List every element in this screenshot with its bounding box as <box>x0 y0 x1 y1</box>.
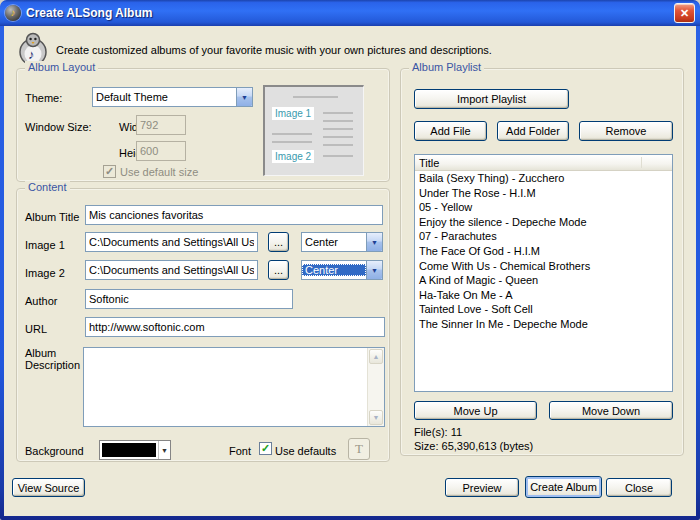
preview-line <box>272 133 312 135</box>
window-size-label: Window Size: <box>25 121 92 133</box>
album-layout-legend: Album Layout <box>25 61 98 73</box>
view-source-button[interactable]: View Source <box>12 478 85 497</box>
preview-line <box>272 141 312 143</box>
image1-path-input[interactable] <box>85 232 258 252</box>
album-title-label: Album Title <box>25 211 79 223</box>
background-color-picker[interactable]: ▼ <box>99 440 171 460</box>
chevron-down-icon[interactable]: ▼ <box>366 261 382 279</box>
title-column-label: Title <box>419 157 439 169</box>
theme-select[interactable]: Default Theme ▼ <box>92 87 253 107</box>
playlist-list: Baila (Sexy Thing) - ZuccheroUnder The R… <box>415 171 672 332</box>
image2-align-value: Center <box>302 264 366 276</box>
background-color-swatch <box>102 443 156 457</box>
playlist-column-header[interactable]: Title <box>415 155 672 171</box>
font-picker-button[interactable]: T <box>348 438 370 460</box>
column-divider[interactable] <box>641 157 642 168</box>
image2-browse-button[interactable]: ... <box>268 260 289 280</box>
scroll-down-icon[interactable]: ▼ <box>369 410 383 425</box>
playlist-item[interactable]: Ha-Take On Me - A <box>415 288 672 303</box>
preview-image2-label: Image 2 <box>272 150 314 163</box>
url-input[interactable] <box>85 317 385 337</box>
content-group: Content Album Title Image 1 ... Center ▼… <box>16 188 390 462</box>
playlist-item[interactable]: Tainted Love - Soft Cell <box>415 302 672 317</box>
close-button[interactable]: Close <box>606 478 672 497</box>
description-scrollbar[interactable]: ▲ ▼ <box>367 348 384 426</box>
album-description-field: ▲ ▼ <box>83 347 385 427</box>
add-file-button[interactable]: Add File <box>414 121 487 141</box>
image2-align-select[interactable]: Center ▼ <box>301 260 383 280</box>
dialog-window: ♪ Create ALSong Album ✕ ♪ Create customi… <box>0 0 700 520</box>
image1-align-select[interactable]: Center ▼ <box>301 232 383 252</box>
album-description-label: Album Description <box>25 347 80 371</box>
playlist-item[interactable]: 05 - Yellow <box>415 200 672 215</box>
image1-align-value: Center <box>302 236 366 248</box>
author-input[interactable] <box>85 289 293 309</box>
album-title-input[interactable] <box>85 205 383 225</box>
playlist-item[interactable]: Baila (Sexy Thing) - Zucchero <box>415 171 672 186</box>
dialog-description: Create customized albums of your favorit… <box>56 44 656 56</box>
playlist-item[interactable]: Come With Us - Chemical Brothers <box>415 259 672 274</box>
use-defaults-checkbox[interactable]: ✓ <box>259 442 272 455</box>
window-title: Create ALSong Album <box>26 6 674 20</box>
preview-line <box>323 120 353 122</box>
move-up-button[interactable]: Move Up <box>414 401 537 420</box>
image2-path-input[interactable] <box>85 260 258 280</box>
use-defaults-label: Use defaults <box>275 445 336 457</box>
album-playlist-legend: Album Playlist <box>409 61 484 73</box>
playlist-item[interactable]: The Sinner In Me - Depeche Mode <box>415 317 672 332</box>
dialog-body: ♪ Create customized albums of your favor… <box>4 26 696 516</box>
chevron-down-icon[interactable]: ▼ <box>158 441 170 459</box>
playlist-listbox[interactable]: Title Baila (Sexy Thing) - ZuccheroUnder… <box>414 154 673 392</box>
import-playlist-button[interactable]: Import Playlist <box>414 89 569 109</box>
background-label: Background <box>25 445 84 457</box>
theme-label: Theme: <box>25 92 62 104</box>
font-label: Font <box>229 445 251 457</box>
create-album-button[interactable]: Create Album <box>525 476 602 498</box>
preview-image1-label: Image 1 <box>272 107 314 120</box>
theme-select-value: Default Theme <box>93 91 236 103</box>
album-playlist-group: Album Playlist Import Playlist Add File … <box>400 68 684 456</box>
scroll-up-icon[interactable]: ▲ <box>369 349 383 364</box>
remove-button[interactable]: Remove <box>579 121 673 141</box>
add-folder-button[interactable]: Add Folder <box>497 121 569 141</box>
width-input[interactable] <box>136 115 186 135</box>
preview-line <box>323 112 353 114</box>
use-default-size-checkbox[interactable]: ✓ <box>103 165 116 178</box>
theme-preview-thumbnail: Image 1 Image 2 <box>263 85 364 176</box>
image1-label: Image 1 <box>25 239 65 251</box>
preview-line <box>293 96 338 98</box>
window-close-button[interactable]: ✕ <box>674 3 695 23</box>
playlist-item[interactable]: Enjoy the silence - Depeche Mode <box>415 215 672 230</box>
url-label: URL <box>25 323 47 335</box>
use-default-size-label: Use default size <box>120 166 198 178</box>
playlist-item[interactable]: 07 - Parachutes <box>415 229 672 244</box>
preview-line <box>323 144 353 146</box>
author-label: Author <box>25 295 57 307</box>
album-layout-group: Album Layout Theme: Default Theme ▼ Imag… <box>16 68 390 182</box>
titlebar[interactable]: ♪ Create ALSong Album ✕ <box>0 0 700 26</box>
preview-button[interactable]: Preview <box>445 478 519 497</box>
content-legend: Content <box>25 181 70 193</box>
svg-text:♪: ♪ <box>28 47 35 62</box>
chevron-down-icon[interactable]: ▼ <box>236 88 252 106</box>
preview-line <box>323 155 353 157</box>
preview-line <box>323 128 353 130</box>
preview-line <box>323 136 353 138</box>
playlist-item[interactable]: The Face Of God - H.I.M <box>415 244 672 259</box>
image1-browse-button[interactable]: ... <box>268 232 289 252</box>
playlist-item[interactable]: A Kind of Magic - Queen <box>415 273 672 288</box>
files-count-text: File(s): 11 <box>414 426 462 438</box>
move-down-button[interactable]: Move Down <box>549 401 673 420</box>
app-icon: ♪ <box>5 5 21 21</box>
height-input[interactable] <box>136 141 186 161</box>
playlist-item[interactable]: Under The Rose - H.I.M <box>415 186 672 201</box>
album-description-input[interactable] <box>84 348 367 426</box>
image2-label: Image 2 <box>25 267 65 279</box>
chevron-down-icon[interactable]: ▼ <box>366 233 382 251</box>
size-text: Size: 65,390,613 (bytes) <box>414 440 533 452</box>
